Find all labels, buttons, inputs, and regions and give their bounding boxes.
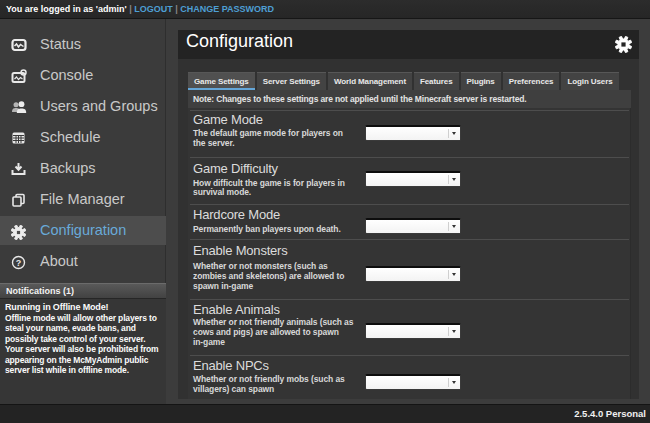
svg-text:?: ? [16,258,22,268]
